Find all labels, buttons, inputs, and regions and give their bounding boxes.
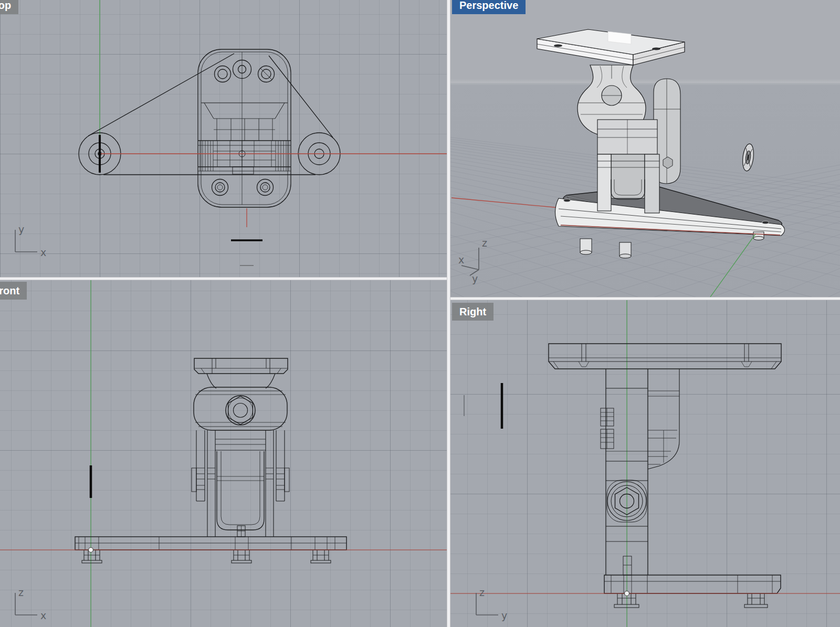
origin-point [89, 548, 93, 552]
axis-letter-y: y [18, 224, 24, 235]
axis-letter-y: y [501, 610, 507, 621]
front-axis-gnomon: z x [8, 582, 56, 623]
axis-letter-z: z [18, 587, 24, 598]
axis-letter-z: z [479, 587, 485, 598]
front-view-drawing [0, 280, 447, 627]
top-view-drawing [0, 0, 447, 277]
perspective-axis-gnomon: z x y [458, 236, 508, 284]
top-axis-gnomon: y x [8, 219, 56, 260]
right-view-drawing [450, 300, 840, 627]
viewport-label-right[interactable]: Right [452, 303, 494, 321]
viewport-label-front[interactable]: Front [0, 282, 27, 300]
right-axis-gnomon: z y [469, 582, 517, 623]
y-axis-line [710, 234, 755, 297]
viewport-top[interactable]: y x Top [0, 0, 447, 277]
viewport-right[interactable]: z y Right [450, 300, 840, 627]
axis-letter-z: z [482, 237, 487, 249]
viewport-divider-horizontal-right[interactable] [450, 297, 840, 300]
viewport-front[interactable]: z x Front [0, 280, 447, 627]
viewport-divider-vertical[interactable] [447, 0, 450, 627]
viewport-perspective[interactable]: z x y Perspective [450, 0, 840, 297]
axis-letter-x: x [40, 610, 46, 621]
origin-point [625, 591, 629, 596]
perspective-view-drawing [450, 0, 840, 297]
axis-letter-y: y [472, 273, 478, 284]
viewport-divider-horizontal-left[interactable] [0, 277, 447, 280]
washer-part [741, 143, 755, 172]
axis-letter-x: x [40, 247, 46, 258]
viewport-label-top[interactable]: Top [0, 0, 18, 14]
x-axis-arm [461, 265, 479, 270]
viewport-label-perspective[interactable]: Perspective [452, 0, 526, 14]
rhino-four-viewport-workspace: y x Top [0, 0, 840, 627]
axis-letter-x: x [458, 254, 464, 265]
